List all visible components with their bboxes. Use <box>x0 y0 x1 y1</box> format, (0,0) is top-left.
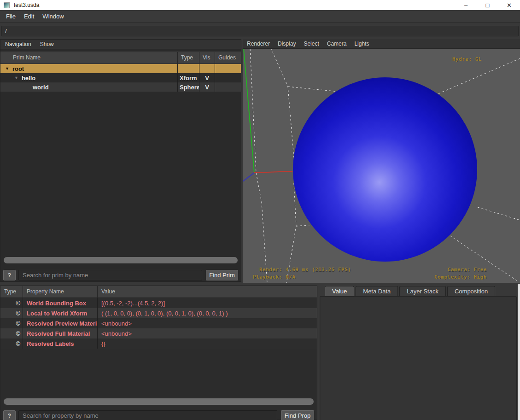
detail-vertical-scrollbar[interactable] <box>518 284 520 420</box>
viewport-canvas[interactable]: Hydra: GL Render: 4.69 ms (213.25 FPS) P… <box>243 49 520 283</box>
sphere-geometry[interactable] <box>293 77 477 262</box>
y-axis-line <box>244 49 254 173</box>
menu-navigation[interactable]: Navigation <box>5 41 31 47</box>
property-value: <unbound> <box>97 318 317 328</box>
prim-guides-cell <box>215 64 241 73</box>
property-row-local-to-world-xform[interactable]: © Local to World Xform ( (1, 0, 0, 0), (… <box>0 308 317 318</box>
viewport-panel: Renderer Display Select Camera Lights <box>243 39 520 283</box>
tree-row-hello[interactable]: ▼ hello Xform V <box>0 73 241 82</box>
property-value: [(0.5, -2, -2)...(4.5, 2, 2)] <box>97 298 317 308</box>
menu-camera[interactable]: Camera <box>327 41 347 47</box>
tree-row-world[interactable]: world Sphere V <box>0 82 241 92</box>
prim-tree-rows: ▼ root ▼ hello Xform V world <box>0 64 241 92</box>
menu-file[interactable]: File <box>2 13 20 20</box>
prim-name-label: hello <box>22 75 35 82</box>
column-header-type[interactable]: Type <box>177 52 199 64</box>
property-panel: Type Property Name Value © World Boundin… <box>0 286 317 420</box>
tab-meta-data[interactable]: Meta Data <box>356 286 398 297</box>
menu-select[interactable]: Select <box>304 41 319 47</box>
viewport-scene <box>243 49 520 283</box>
menu-edit[interactable]: Edit <box>20 13 38 20</box>
property-table-header: Type Property Name Value <box>0 286 317 298</box>
find-prop-button[interactable]: Find Prop <box>281 410 314 420</box>
window-controls: – □ ✕ <box>455 0 520 10</box>
column-header-vis[interactable]: Vis <box>199 52 215 64</box>
column-header-prim-name[interactable]: Prim Name <box>0 52 177 64</box>
prim-search-input[interactable] <box>18 270 202 280</box>
property-row-resolved-labels[interactable]: © Resolved Labels {} <box>0 338 317 349</box>
property-row-resolved-preview-material[interactable]: © Resolved Preview Material <unbound> <box>0 318 317 328</box>
window-title: test3.usda <box>14 2 39 8</box>
property-rows: © World Bounding Box [(0.5, -2, -2)...(4… <box>0 298 317 349</box>
hud-camera-label: Camera: Free <box>448 267 487 273</box>
hud-playback-stats: Playback: N/A <box>253 274 296 280</box>
prim-type-label <box>177 64 199 73</box>
prim-type-label: Xform <box>177 73 199 82</box>
computed-property-icon: © <box>0 298 23 308</box>
hud-renderer-label: Hydra: GL <box>452 56 482 62</box>
computed-property-icon: © <box>0 328 23 338</box>
prim-vis-label[interactable]: V <box>199 73 215 82</box>
tab-layer-stack[interactable]: Layer Stack <box>399 286 446 297</box>
prim-search-row: ? Find Prim <box>3 270 238 280</box>
x-axis-line <box>254 171 292 173</box>
prim-tree-panel: Navigation Show Prim Name Type Vis Guide… <box>0 39 241 282</box>
prim-tree-horizontal-scrollbar[interactable] <box>4 257 238 263</box>
menu-show[interactable]: Show <box>40 41 54 47</box>
world-axes <box>243 49 292 181</box>
property-name: Resolved Full Material <box>23 328 97 338</box>
value-tab-content <box>320 296 517 420</box>
property-value: <unbound> <box>97 328 317 338</box>
menu-display[interactable]: Display <box>278 41 296 47</box>
computed-property-icon: © <box>0 338 23 349</box>
menu-window[interactable]: Window <box>38 13 68 20</box>
column-header-guides[interactable]: Guides <box>215 52 241 64</box>
tab-value[interactable]: Value <box>325 286 354 297</box>
app-icon <box>4 2 10 8</box>
prim-name-label: root <box>12 65 24 72</box>
column-header-value[interactable]: Value <box>97 286 317 298</box>
prim-panel-menubar: Navigation Show <box>0 40 241 49</box>
property-value: {} <box>97 338 317 349</box>
prim-guides-cell <box>215 82 241 92</box>
minimize-button[interactable]: – <box>455 0 477 10</box>
menu-bar: File Edit Window <box>0 10 520 23</box>
z-axis-line <box>243 173 254 181</box>
prim-vis-label[interactable]: V <box>199 82 215 92</box>
menu-lights[interactable]: Lights <box>354 41 369 47</box>
property-name: Resolved Labels <box>23 338 97 349</box>
tab-composition[interactable]: Composition <box>447 286 495 297</box>
menu-renderer[interactable]: Renderer <box>247 41 270 47</box>
computed-property-icon: © <box>0 318 23 328</box>
prim-name-label: world <box>33 84 49 91</box>
find-prim-button[interactable]: Find Prim <box>206 270 238 280</box>
column-header-property-name[interactable]: Property Name <box>23 286 97 298</box>
viewport-menubar: Renderer Display Select Camera Lights <box>243 39 520 49</box>
prim-guides-cell <box>215 73 241 82</box>
property-row-world-bounding-box[interactable]: © World Bounding Box [(0.5, -2, -2)...(4… <box>0 298 317 308</box>
property-name: World Bounding Box <box>23 298 97 308</box>
property-table-horizontal-scrollbar[interactable] <box>4 398 314 405</box>
prim-search-help-button[interactable]: ? <box>3 270 16 280</box>
maximize-button[interactable]: □ <box>477 0 498 10</box>
expander-icon[interactable]: ▼ <box>14 76 18 80</box>
property-name: Local to World Xform <box>23 308 97 318</box>
property-row-resolved-full-material[interactable]: © Resolved Full Material <unbound> <box>0 328 317 338</box>
prim-vis-label[interactable] <box>199 64 215 73</box>
close-button[interactable]: ✕ <box>498 0 520 10</box>
detail-tabs: Value Meta Data Layer Stack Composition <box>325 286 497 297</box>
property-search-input[interactable] <box>18 410 277 420</box>
usdview-window: test3.usda – □ ✕ File Edit Window / Navi… <box>0 0 520 420</box>
prim-path-field[interactable]: / <box>1 26 519 36</box>
title-bar: test3.usda – □ ✕ <box>0 0 520 10</box>
property-value: ( (1, 0, 0, 0), (0, 1, 0, 0), (0, 0, 1, … <box>97 308 317 318</box>
property-name: Resolved Preview Material <box>23 318 97 328</box>
expander-icon[interactable]: ▼ <box>5 67 9 71</box>
hud-render-stats: Render: 4.69 ms (213.25 FPS) <box>259 267 351 273</box>
hud-complexity-label: Complexity: High <box>434 274 487 280</box>
computed-property-icon: © <box>0 308 23 318</box>
tree-row-root[interactable]: ▼ root <box>0 64 241 73</box>
detail-panel: Value Meta Data Layer Stack Composition <box>318 284 520 420</box>
column-header-type[interactable]: Type <box>0 286 23 298</box>
property-search-help-button[interactable]: ? <box>3 410 16 420</box>
